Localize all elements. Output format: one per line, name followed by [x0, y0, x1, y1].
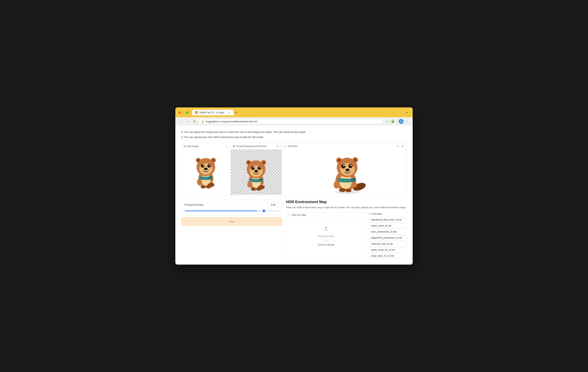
controls-left: Foreground Ratio Run [181, 200, 282, 259]
toolbar-divider [397, 120, 397, 123]
examples-header: ≡ Examples [369, 213, 407, 215]
input-panel-title: Input Image [187, 145, 199, 148]
hdr-example-item[interactable]: peppermint_powerplant_1k.hdr [369, 235, 407, 240]
close-window-button[interactable] [178, 111, 181, 114]
otter-3d-render [284, 151, 405, 194]
preview-panel-label: 🖼 Preview Background Removal [233, 145, 266, 148]
input-panel-close-button[interactable]: × [224, 144, 228, 148]
otter-3d-svg [318, 151, 371, 194]
hdr-examples: ≡ Examples abandoned_tiled_room_1k.hdrme… [369, 213, 407, 259]
minimize-window-button[interactable] [182, 111, 185, 114]
hdr-title: HDR Environment Map [286, 200, 407, 204]
refresh-button[interactable]: ↻ [192, 119, 197, 124]
foreground-ratio-label: Foreground Ratio [185, 203, 265, 206]
preview-panel-title: Preview Background Removal [236, 145, 266, 148]
model3d-panel-title: 3D Model [288, 145, 297, 148]
svg-point-8 [201, 164, 204, 168]
input-image-panel: 🖼 Input Image × [181, 143, 230, 196]
hdr-upload-body[interactable]: Drop File Here - or - Click to Upload [286, 218, 366, 254]
traffic-lights [178, 111, 188, 114]
svg-point-30 [254, 170, 258, 172]
hdr-upload-panel: 📄 HDR Env Map [286, 213, 366, 259]
preview-panel-body [231, 149, 281, 195]
drop-file-label: Drop File Here [318, 235, 334, 238]
controls-right: HDR Environment Map Select an HDR enviro… [286, 200, 407, 259]
hdr-example-item[interactable]: neon_photostudio_1k.hdr [369, 229, 407, 234]
address-text: huggingface.co/spaces/stabilityai/stable… [206, 120, 380, 123]
extensions-button[interactable]: 🧩 [390, 119, 396, 124]
forward-button[interactable]: → [185, 119, 190, 124]
preview-share-button[interactable]: ⬈ [275, 144, 280, 148]
svg-point-27 [258, 166, 261, 170]
hdr-content: 📄 HDR Env Map [286, 213, 407, 259]
model3d-refresh-button[interactable]: ↺ [396, 144, 400, 148]
svg-point-11 [209, 165, 210, 166]
model3d-panel-label: 📄 3D Model [284, 145, 297, 148]
browser-window: 🤗 Stable Fast 3D - a Hugging F... × + ▼ … [175, 107, 413, 264]
click-to-upload-label[interactable]: Click to Upload [318, 243, 334, 246]
address-bar[interactable]: 🔒 huggingface.co/spaces/stabilityai/stab… [199, 119, 383, 124]
svg-point-51 [351, 178, 356, 181]
back-button[interactable]: ← [178, 119, 184, 124]
page-content: 2. You can adjust the foreground ratio t… [175, 126, 413, 264]
svg-point-45 [354, 158, 357, 162]
hdr-file-icon: 📄 [288, 214, 291, 216]
svg-point-47 [348, 164, 353, 168]
svg-point-49 [350, 165, 352, 166]
otter-preview-image [239, 153, 273, 191]
svg-point-7 [212, 159, 215, 162]
input-panel-header: 🖼 Input Image × [182, 143, 230, 149]
hdr-example-item[interactable]: rainforest_trail_1k.hdr [369, 241, 407, 246]
tabs-dropdown-button[interactable]: ▼ [404, 110, 410, 115]
note-1: 2. You can adjust the foreground ratio t… [181, 130, 407, 134]
hdr-example-item[interactable]: studio_small_08_1k.hdr [369, 247, 407, 253]
lock-icon: 🔒 [201, 120, 204, 123]
hdr-example-item[interactable]: abandoned_tiled_room_1k.hdr [369, 217, 407, 222]
tab-bar: 🤗 Stable Fast 3D - a Hugging F... × + [192, 110, 402, 115]
tab-title: Stable Fast 3D - a Hugging F... [199, 111, 226, 114]
active-tab[interactable]: 🤗 Stable Fast 3D - a Hugging F... × [192, 110, 233, 115]
svg-point-31 [259, 179, 262, 181]
bookmark-button[interactable]: ☆ [384, 119, 389, 124]
menu-button[interactable]: ⋮ [404, 119, 410, 124]
svg-point-9 [207, 164, 211, 168]
svg-point-13 [209, 176, 212, 179]
input-panel-label: 🖼 Input Image [183, 145, 199, 148]
svg-point-54 [339, 188, 346, 192]
profile-button[interactable]: U [399, 119, 404, 124]
examples-icon: ≡ [369, 213, 370, 215]
preview-icon: 🖼 [233, 145, 235, 148]
maximize-window-button[interactable] [186, 111, 188, 114]
svg-point-10 [203, 165, 204, 166]
foreground-ratio-slider[interactable] [185, 211, 279, 211]
run-button[interactable]: Run [181, 217, 282, 226]
foreground-ratio-value[interactable] [268, 202, 279, 207]
svg-point-44 [337, 159, 341, 162]
svg-point-46 [341, 164, 346, 169]
hdr-upload-label: HDR Env Map [292, 214, 306, 216]
svg-point-34 [251, 188, 256, 191]
svg-point-17 [206, 185, 211, 189]
model3d-icon: 📄 [284, 145, 287, 148]
svg-point-6 [197, 159, 200, 162]
svg-point-48 [343, 165, 345, 166]
page-notes: 2. You can adjust the foreground ratio t… [181, 130, 407, 139]
model3d-download-button[interactable]: ⬇ [400, 144, 405, 148]
browser-titlebar: 🤗 Stable Fast 3D - a Hugging F... × + ▼ [175, 107, 413, 117]
hdr-example-item[interactable]: metro_noord_1k.hdr [369, 223, 407, 228]
upload-arrow-svg [323, 225, 329, 231]
browser-toolbar: ← → ↻ 🔒 huggingface.co/spaces/stabilitya… [175, 117, 413, 126]
upload-or-label: - or - [324, 239, 328, 242]
tab-close-button[interactable]: × [228, 111, 231, 114]
model3d-panel-body [282, 149, 406, 196]
svg-point-24 [247, 161, 250, 164]
slider-row: Foreground Ratio [185, 202, 279, 207]
svg-point-35 [256, 188, 262, 191]
hdr-example-item[interactable]: urban_alley_01_1k.hdr [369, 253, 407, 259]
new-tab-button[interactable]: + [233, 110, 239, 115]
upload-icon [323, 225, 329, 233]
hdr-description: Select an HDR environment map to light t… [286, 206, 407, 209]
svg-point-29 [259, 167, 261, 168]
preview-content [231, 149, 281, 195]
controls-section: Foreground Ratio Run HDR Environment Map… [181, 200, 407, 259]
